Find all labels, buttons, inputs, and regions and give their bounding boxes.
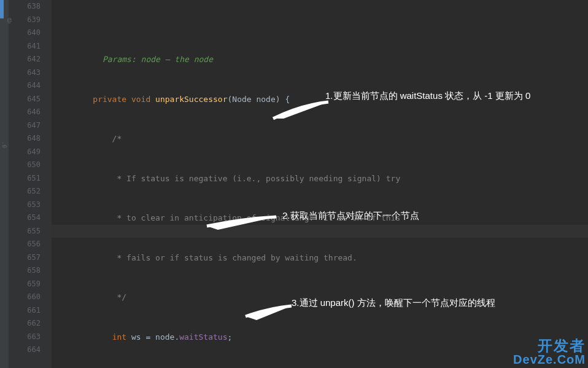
annotation-1: 1.更新当前节点的 waitStatus 状态，从 -1 更新为 0	[325, 90, 530, 102]
line-number[interactable]: 642	[9, 53, 41, 66]
line-gutter[interactable]: 638 639 640 641 642 643 644 645 646 647 …	[9, 0, 52, 368]
line-number[interactable]: 648	[9, 132, 41, 146]
line-number[interactable]: 650	[9, 159, 41, 172]
active-file-indicator	[0, 0, 4, 18]
left-strip: .0	[0, 0, 9, 368]
line-number[interactable]: 663	[9, 331, 41, 344]
line-number[interactable]: 654	[9, 211, 41, 225]
line-number[interactable]: 660	[9, 291, 41, 304]
code-text: Params: node – the node	[74, 55, 213, 64]
line-number[interactable]: 662	[9, 317, 41, 331]
line-number[interactable]: 646	[9, 106, 41, 119]
line-number[interactable]: 659	[9, 278, 41, 291]
line-number[interactable]: 652	[9, 185, 41, 198]
arrow-icon	[199, 215, 279, 233]
line-number[interactable]: 641	[9, 40, 41, 53]
watermark-line1: 开发者	[513, 339, 586, 353]
arrow-icon	[264, 100, 331, 125]
line-number[interactable]: 656	[9, 238, 41, 251]
code-line[interactable]: int ws = node.waitStatus;	[74, 331, 588, 344]
line-number[interactable]: 655	[9, 225, 41, 238]
arrow-icon	[239, 304, 295, 323]
line-number[interactable]: 651	[9, 172, 41, 186]
annotation-2: 2.获取当前节点对应的下一个节点	[282, 210, 419, 222]
line-number[interactable]: 647	[9, 119, 41, 133]
line-number[interactable]: 643	[9, 66, 41, 80]
line-number[interactable]: 658	[9, 264, 41, 278]
line-number[interactable]: 638	[9, 0, 41, 14]
line-number[interactable]: 664	[9, 343, 41, 357]
code-line[interactable]: * fails or if status is changed by waiti…	[74, 251, 588, 265]
code-line[interactable]: /*	[74, 132, 588, 146]
override-gutter-icon[interactable]: @	[7, 14, 12, 27]
line-number[interactable]: 644	[9, 79, 41, 93]
code-area[interactable]: Params: node – the node private void unp…	[52, 0, 588, 368]
code-line[interactable]: * If status is negative (i.e., possibly …	[74, 172, 588, 186]
strip-label: .0	[1, 141, 7, 148]
line-number[interactable]: 649	[9, 146, 41, 159]
line-number[interactable]: 639	[9, 14, 41, 27]
watermark: 开发者 DevZe.CoM	[513, 339, 586, 366]
line-number[interactable]: 657	[9, 251, 41, 265]
line-number[interactable]: 661	[9, 304, 41, 318]
line-number[interactable]: 645	[9, 93, 41, 106]
annotation-3: 3.通过 unpark() 方法，唤醒下一个节点对应的线程	[292, 297, 495, 309]
line-number[interactable]: 640	[9, 26, 41, 40]
current-line-highlight	[52, 225, 588, 238]
watermark-line2: DevZe.CoM	[513, 353, 586, 366]
line-number[interactable]: 653	[9, 198, 41, 212]
